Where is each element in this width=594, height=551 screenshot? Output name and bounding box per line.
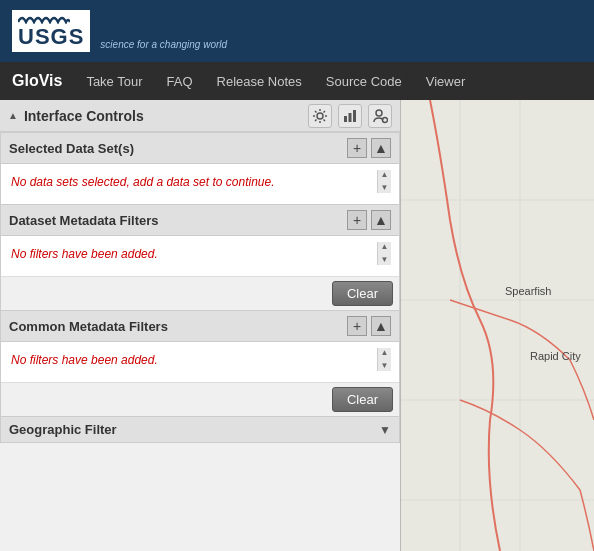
svg-rect-2 xyxy=(349,113,352,122)
selected-datasets-title: Selected Data Set(s) xyxy=(9,141,343,156)
svg-rect-1 xyxy=(344,116,347,122)
map-label-rapidcity: Rapid City xyxy=(530,350,581,362)
usgs-tagline: science for a changing world xyxy=(100,39,227,52)
geographic-filter-title: Geographic Filter xyxy=(9,422,379,437)
svg-point-4 xyxy=(376,110,382,116)
nav-brand: GloVis xyxy=(12,72,62,90)
geographic-filter-section: Geographic Filter ▼ xyxy=(0,417,400,443)
ic-icons xyxy=(308,104,392,128)
geographic-filter-header[interactable]: Geographic Filter ▼ xyxy=(1,417,399,442)
dataset-metadata-message: No filters have been added. xyxy=(11,247,158,261)
selected-datasets-section: Selected Data Set(s) + ▲ No data sets se… xyxy=(0,132,400,205)
scroll-down-icon[interactable]: ▼ xyxy=(381,256,389,264)
dataset-metadata-body: No filters have been added. ▲ ▼ xyxy=(1,236,399,276)
dataset-metadata-section: Dataset Metadata Filters + ▲ No filters … xyxy=(0,205,400,311)
left-panel: ▲ Interface Controls xyxy=(0,100,400,551)
chart-icon[interactable] xyxy=(338,104,362,128)
usgs-logo-box: USGS xyxy=(12,10,90,52)
nav-bar: GloVis Take Tour FAQ Release Notes Sourc… xyxy=(0,62,594,100)
common-metadata-header[interactable]: Common Metadata Filters + ▲ xyxy=(1,311,399,342)
usgs-logo: USGS science for a changing world xyxy=(12,10,227,52)
dataset-metadata-header[interactable]: Dataset Metadata Filters + ▲ xyxy=(1,205,399,236)
usgs-brand-text: USGS xyxy=(18,26,84,48)
scroll-up-icon[interactable]: ▲ xyxy=(381,349,389,357)
common-metadata-clear-btn[interactable]: Clear xyxy=(332,387,393,412)
dataset-metadata-title: Dataset Metadata Filters xyxy=(9,213,343,228)
map-label-spearfish: Spearfish xyxy=(505,285,551,297)
svg-point-5 xyxy=(383,117,388,122)
scroll-down-icon[interactable]: ▼ xyxy=(381,184,389,192)
dataset-metadata-scrollbar[interactable]: ▲ ▼ xyxy=(377,242,391,265)
nav-faq[interactable]: FAQ xyxy=(157,68,203,95)
dataset-metadata-add-btn[interactable]: + xyxy=(347,210,367,230)
scroll-up-icon[interactable]: ▲ xyxy=(381,171,389,179)
ic-collapse-icon: ▲ xyxy=(8,110,18,121)
svg-rect-3 xyxy=(353,110,356,122)
settings-icon[interactable] xyxy=(308,104,332,128)
scroll-down-icon[interactable]: ▼ xyxy=(381,362,389,370)
selected-datasets-message: No data sets selected, add a data set to… xyxy=(11,175,275,189)
interface-controls-bar: ▲ Interface Controls xyxy=(0,100,400,132)
common-metadata-add-btn[interactable]: + xyxy=(347,316,367,336)
svg-point-0 xyxy=(317,113,323,119)
usgs-waves xyxy=(18,14,70,24)
geographic-filter-arrow-icon: ▼ xyxy=(379,423,391,437)
nav-viewer[interactable]: Viewer xyxy=(416,68,476,95)
selected-datasets-body: No data sets selected, add a data set to… xyxy=(1,164,399,204)
map-area[interactable]: Spearfish Rapid City xyxy=(400,100,594,551)
svg-rect-6 xyxy=(400,100,594,551)
common-metadata-collapse-btn[interactable]: ▲ xyxy=(371,316,391,336)
common-metadata-body: No filters have been added. ▲ ▼ xyxy=(1,342,399,382)
nav-take-tour[interactable]: Take Tour xyxy=(76,68,152,95)
common-metadata-title: Common Metadata Filters xyxy=(9,319,343,334)
selected-datasets-header[interactable]: Selected Data Set(s) + ▲ xyxy=(1,133,399,164)
interface-controls-title: Interface Controls xyxy=(24,108,308,124)
scroll-up-icon[interactable]: ▲ xyxy=(381,243,389,251)
dataset-metadata-collapse-btn[interactable]: ▲ xyxy=(371,210,391,230)
common-metadata-footer: Clear xyxy=(1,382,399,416)
common-metadata-section: Common Metadata Filters + ▲ No filters h… xyxy=(0,311,400,417)
selected-datasets-collapse-btn[interactable]: ▲ xyxy=(371,138,391,158)
usgs-header: USGS science for a changing world xyxy=(0,0,594,62)
main-layout: ▲ Interface Controls xyxy=(0,100,594,551)
common-metadata-message: No filters have been added. xyxy=(11,353,158,367)
user-settings-icon[interactable] xyxy=(368,104,392,128)
selected-datasets-scrollbar[interactable]: ▲ ▼ xyxy=(377,170,391,193)
dataset-metadata-clear-btn[interactable]: Clear xyxy=(332,281,393,306)
nav-release-notes[interactable]: Release Notes xyxy=(207,68,312,95)
dataset-metadata-footer: Clear xyxy=(1,276,399,310)
selected-datasets-add-btn[interactable]: + xyxy=(347,138,367,158)
nav-source-code[interactable]: Source Code xyxy=(316,68,412,95)
common-metadata-scrollbar[interactable]: ▲ ▼ xyxy=(377,348,391,371)
